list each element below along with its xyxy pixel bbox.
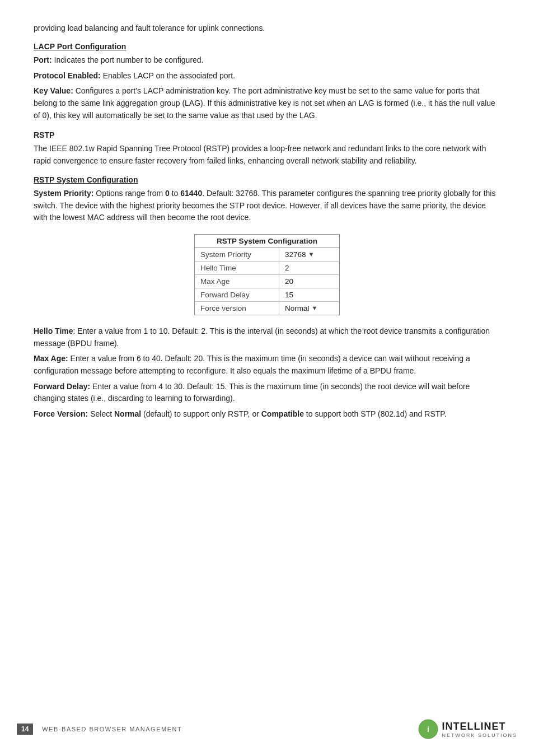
table-row: Force versionNormal ▼ [195,301,340,315]
force-version-term: Force Version: [34,409,88,418]
dropdown-arrow-icon: ▼ [311,305,317,311]
table-value-cell[interactable]: 32768 ▼ [279,248,339,261]
protocol-definition: Protocol Enabled: Enables LACP on the as… [34,70,500,82]
port-term: Port: [34,55,52,64]
rstp-section: RSTP The IEEE 802.1w Rapid Spanning Tree… [34,130,500,167]
force-version-compatible: Compatible [261,409,304,418]
forward-delay-desc: Enter a value from 4 to 30. Default: 15.… [34,382,470,403]
protocol-desc-text: Enables LACP on the associated port. [103,71,235,80]
page-number: 14 [17,724,33,735]
table-label-cell: Max Age [195,274,279,288]
system-priority-term: System Priority: [34,189,93,198]
hello-time-definition: Hello Time: Enter a value from 1 to 10. … [34,325,500,349]
rstp-table-wrapper: RSTP System Configuration System Priorit… [34,234,500,315]
force-version-desc1: Select [90,409,114,418]
forward-delay-definition: Forward Delay: Enter a value from 4 to 3… [34,381,500,405]
table-value-cell: 20 [279,274,339,288]
table-value-cell: 2 [279,261,339,274]
logo-text: INTELLINET [442,721,505,732]
system-priority-desc-pre: Options range from [96,189,165,198]
max-age-term: Max Age: [34,354,68,363]
footer-logo: i INTELLINET NETWORK SOLUTIONS [418,719,517,739]
table-row: Forward Delay15 [195,288,340,301]
table-label-cell: System Priority [195,248,279,261]
force-version-definition: Force Version: Select Normal (default) t… [34,408,500,421]
hello-time-desc: : Enter a value from 1 to 10. Default: 2… [34,326,490,348]
key-definition: Key Value: Configures a port’s LACP admi… [34,85,500,122]
rstp-heading: RSTP [34,130,500,139]
table-row: Hello Time2 [195,261,340,274]
table-title: RSTP System Configuration [195,234,340,248]
key-term: Key Value: [34,86,73,95]
rstp-desc: The IEEE 802.1w Rapid Spanning Tree Prot… [34,143,500,167]
intro-paragraph: providing load balancing and fault toler… [34,22,500,34]
port-definition: Port: Indicates the port number to be co… [34,54,500,67]
table-row: Max Age20 [195,274,340,288]
rstp-config-table: RSTP System Configuration System Priorit… [194,234,340,315]
max-age-definition: Max Age: Enter a value from 6 to 40. Def… [34,353,500,377]
svg-text:i: i [428,725,430,734]
table-label-cell: Hello Time [195,261,279,274]
system-priority-bold-61440: 61440 [180,189,202,198]
hello-time-term: Hello Time [34,326,73,335]
table-value-cell[interactable]: Normal ▼ [279,301,339,315]
footer: 14 WEB-BASED BROWSER MANAGEMENT i INTELL… [0,719,534,739]
dropdown-arrow-icon: ▼ [308,251,314,258]
footer-text: WEB-BASED BROWSER MANAGEMENT [42,726,418,732]
lacp-heading: LACP Port Configuration [34,42,500,51]
logo-sub: NETWORK SOLUTIONS [442,732,517,738]
force-version-desc2: (default) to support only RSTP, or [143,409,261,418]
forward-delay-term: Forward Delay: [34,382,90,391]
force-version-normal: Normal [114,409,141,418]
protocol-term: Protocol Enabled: [34,71,101,80]
max-age-desc: Enter a value from 6 to 40. Default: 20.… [34,354,470,375]
system-priority-bold-0: 0 [165,189,170,198]
table-value-cell: 15 [279,288,339,301]
rstp-system-heading: RSTP System Configuration [34,175,500,184]
rstp-system-section: RSTP System Configuration System Priorit… [34,175,500,421]
port-desc-text: Indicates the port number to be configur… [54,55,204,64]
lacp-section: LACP Port Configuration Port: Indicates … [34,42,500,122]
table-label-cell: Force version [195,301,279,315]
intellinet-logo-icon: i [418,719,438,739]
force-version-desc3: to support both STP (802.1d) and RSTP. [306,409,447,418]
system-priority-definition: System Priority: Options range from 0 to… [34,188,500,224]
system-priority-to: to [170,189,180,198]
table-row: System Priority32768 ▼ [195,248,340,261]
table-label-cell: Forward Delay [195,288,279,301]
key-desc-text: Configures a port’s LACP administration … [34,86,495,119]
